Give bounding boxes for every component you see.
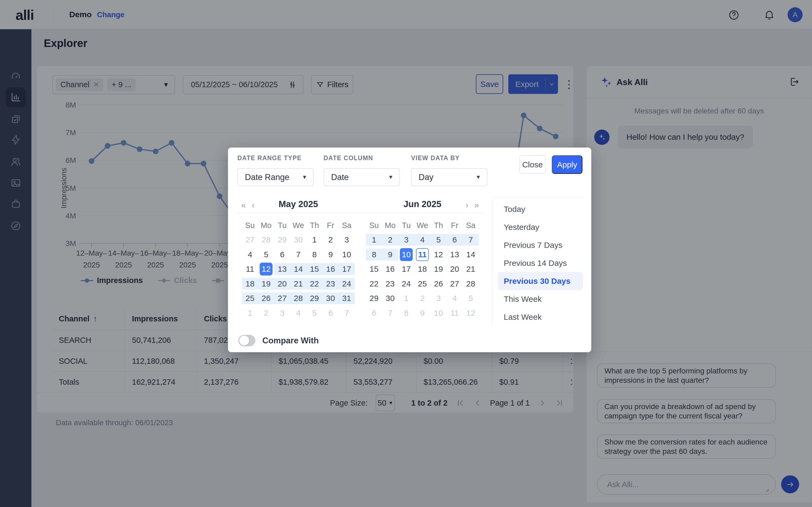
preset-item[interactable]: Previous 30 Days: [498, 272, 583, 290]
preset-item[interactable]: Today: [492, 200, 585, 218]
calendar-day[interactable]: 21: [290, 277, 306, 291]
calendar-day[interactable]: 17: [339, 262, 355, 277]
calendar-day[interactable]: 2: [258, 306, 274, 321]
calendar-day[interactable]: 9: [414, 306, 430, 321]
calendar-day-today[interactable]: 11: [414, 247, 430, 262]
date-column-select[interactable]: Date ▼: [323, 168, 400, 186]
calendar-day[interactable]: 5: [306, 306, 322, 321]
calendar-day[interactable]: 2: [414, 291, 430, 306]
calendar-day[interactable]: 28: [290, 291, 306, 306]
calendar-day[interactable]: 12: [430, 247, 447, 262]
preset-item[interactable]: Last Week: [492, 308, 585, 326]
calendar-day[interactable]: 10: [430, 306, 447, 321]
calendar-day[interactable]: 27: [242, 233, 258, 247]
calendar-day[interactable]: 13: [274, 262, 290, 277]
calendar-day[interactable]: 11: [242, 262, 258, 277]
calendar-day[interactable]: 18: [242, 277, 258, 291]
calendar-day[interactable]: 29: [366, 291, 382, 306]
calendar-day[interactable]: 6: [366, 306, 382, 321]
calendar-day[interactable]: 8: [306, 247, 322, 262]
calendar-day[interactable]: 29: [306, 291, 322, 306]
calendar-day[interactable]: 22: [306, 277, 322, 291]
calendar-day[interactable]: 26: [258, 291, 274, 306]
chevron-down-icon: ▼: [388, 174, 393, 180]
calendar-day[interactable]: 3: [339, 233, 355, 247]
calendar-day[interactable]: 11: [447, 306, 463, 321]
calendar-day[interactable]: 30: [290, 233, 306, 247]
close-button[interactable]: Close: [519, 155, 546, 174]
calendar-day[interactable]: 28: [463, 277, 479, 291]
calendar-day[interactable]: 15: [306, 262, 322, 277]
date-range-type-select[interactable]: Date Range ▼: [237, 168, 314, 186]
calendar-day[interactable]: 20: [274, 277, 290, 291]
calendar-day[interactable]: 6: [447, 233, 463, 247]
calendar-day[interactable]: 18: [414, 262, 430, 277]
calendar-day[interactable]: 24: [398, 277, 414, 291]
calendar-day[interactable]: 10: [339, 247, 355, 262]
calendar-day[interactable]: 7: [290, 247, 306, 262]
preset-item[interactable]: Previous 7 Days: [492, 236, 585, 254]
calendar-day[interactable]: 1: [242, 306, 258, 321]
calendar-day[interactable]: 9: [382, 247, 398, 262]
calendar-day[interactable]: 9: [322, 247, 339, 262]
preset-item[interactable]: This Week: [492, 290, 585, 308]
calendar-day[interactable]: 1: [306, 233, 322, 247]
calendar-day[interactable]: 1: [398, 291, 414, 306]
calendar-day[interactable]: 17: [398, 262, 414, 277]
calendar-day[interactable]: 8: [366, 247, 382, 262]
calendar-day[interactable]: 5: [430, 233, 447, 247]
calendar-day[interactable]: 29: [274, 233, 290, 247]
next-year-icon[interactable]: »: [472, 200, 481, 210]
calendar-day[interactable]: 16: [322, 262, 339, 277]
calendar-day[interactable]: 13: [447, 247, 463, 262]
calendar-day[interactable]: 6: [274, 247, 290, 262]
calendar-day[interactable]: 3: [430, 291, 447, 306]
calendar-day[interactable]: 28: [258, 233, 274, 247]
calendar-day[interactable]: 7: [382, 306, 398, 321]
calendar-day[interactable]: 25: [414, 277, 430, 291]
apply-button[interactable]: Apply: [552, 155, 582, 174]
calendar-day[interactable]: 8: [398, 306, 414, 321]
calendar-day[interactable]: 25: [242, 291, 258, 306]
next-month-icon[interactable]: ›: [462, 200, 472, 210]
calendar-day[interactable]: 15: [366, 262, 382, 277]
calendar-day[interactable]: 23: [382, 277, 398, 291]
calendar-day[interactable]: 2: [382, 233, 398, 247]
calendar-day[interactable]: 2: [322, 233, 339, 247]
calendar-day-selected[interactable]: 10: [398, 247, 414, 262]
calendar-day[interactable]: 24: [339, 277, 355, 291]
calendar-day[interactable]: 3: [398, 233, 414, 247]
calendar-day[interactable]: 27: [447, 277, 463, 291]
calendar-day[interactable]: 3: [274, 306, 290, 321]
calendar-day[interactable]: 12: [463, 306, 479, 321]
calendar-day[interactable]: 5: [463, 291, 479, 306]
calendar-day[interactable]: 4: [414, 233, 430, 247]
calendar-day[interactable]: 7: [463, 233, 479, 247]
calendar-day[interactable]: 22: [366, 277, 382, 291]
calendar-day[interactable]: 14: [290, 262, 306, 277]
calendar-day[interactable]: 4: [447, 291, 463, 306]
compare-with-toggle[interactable]: [239, 335, 255, 346]
calendar-day[interactable]: 27: [274, 291, 290, 306]
calendar-day[interactable]: 5: [258, 247, 274, 262]
calendar-day[interactable]: 30: [322, 291, 339, 306]
calendar-day[interactable]: 23: [322, 277, 339, 291]
preset-item[interactable]: Previous 14 Days: [492, 254, 585, 272]
calendar-day[interactable]: 14: [463, 247, 479, 262]
calendar-day[interactable]: 4: [242, 247, 258, 262]
calendar-day[interactable]: 7: [339, 306, 355, 321]
calendar-day-selected[interactable]: 12: [258, 262, 274, 277]
calendar-day[interactable]: 26: [430, 277, 447, 291]
calendar-day[interactable]: 19: [258, 277, 274, 291]
calendar-day[interactable]: 30: [382, 291, 398, 306]
calendar-day[interactable]: 6: [322, 306, 339, 321]
calendar-day[interactable]: 4: [290, 306, 306, 321]
view-data-by-select[interactable]: Day ▼: [411, 168, 487, 186]
calendar-day[interactable]: 1: [366, 233, 382, 247]
calendar-day[interactable]: 21: [463, 262, 479, 277]
preset-item[interactable]: Yesterday: [492, 218, 585, 236]
calendar-day[interactable]: 16: [382, 262, 398, 277]
calendar-day[interactable]: 20: [447, 262, 463, 277]
calendar-day[interactable]: 19: [430, 262, 447, 277]
calendar-day[interactable]: 31: [339, 291, 355, 306]
